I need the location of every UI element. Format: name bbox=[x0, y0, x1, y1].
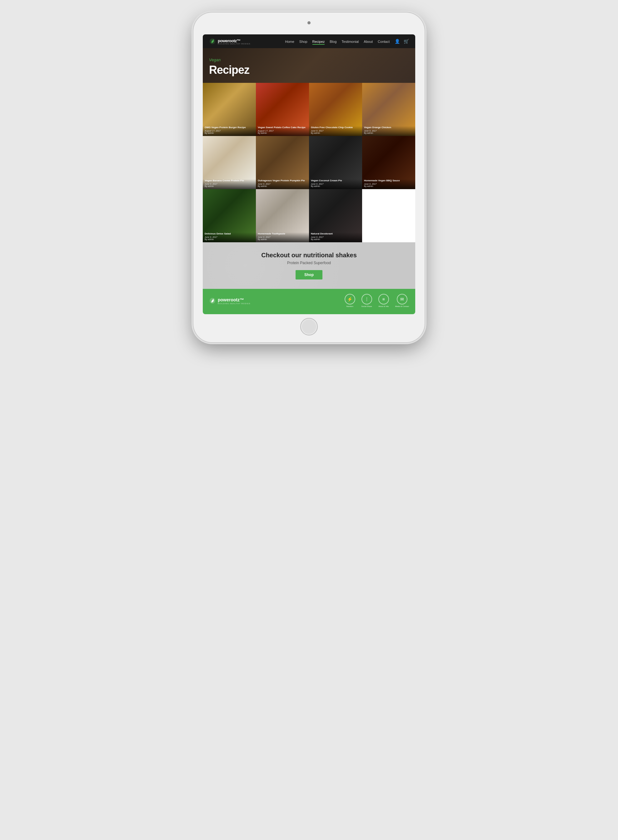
recipe-card-overlay: Gluten Free Chocolate Chip CookieJune 9,… bbox=[309, 124, 362, 136]
recipe-card-date: June 9, 2017 bbox=[205, 183, 254, 185]
recipe-card-title: Vegan Sweet Potato Coffee Cake Recipe bbox=[258, 126, 307, 129]
recipe-card-title: Delicious Detox Salad bbox=[205, 232, 254, 235]
footer-icons: ⚡Nutrition⋮Social Share≡About & Info✉Med… bbox=[345, 294, 409, 307]
recipe-card[interactable]: Vegan Orange ChickenJune 9, 2017By admin bbox=[362, 83, 415, 136]
recipe-card-date: June 9, 2017 bbox=[364, 130, 413, 132]
promo-title: Checkout our nutritional shakes bbox=[209, 252, 409, 259]
recipe-card[interactable]: OMG Vegan Protein Burger RecipeAugust 17… bbox=[203, 83, 256, 136]
footer-logo: powerootz™ BUILDING HEALTHY BODIES bbox=[209, 297, 250, 304]
logo-icon bbox=[209, 38, 216, 45]
footer-icon-label: Media & Contact bbox=[395, 305, 409, 307]
nav-shop[interactable]: Shop bbox=[299, 39, 308, 44]
footer-logo-sub: BUILDING HEALTHY BODIES bbox=[218, 302, 250, 304]
hero-vegan-label: Vegan bbox=[209, 58, 409, 62]
recipe-grid: OMG Vegan Protein Burger RecipeAugust 17… bbox=[203, 83, 415, 242]
recipe-card-author: By admin bbox=[258, 238, 307, 240]
recipe-card-overlay: Vegan Banana Creme Protein PieJune 9, 20… bbox=[203, 177, 256, 189]
footer-icon-label: Nutrition bbox=[345, 305, 355, 307]
ipad-frame: powerootz™ BUILDING HEALTHY BODIES Home … bbox=[193, 12, 425, 342]
footer-icon-0[interactable]: ⚡Nutrition bbox=[345, 294, 355, 307]
recipe-card-overlay: Homemade ToothpasteJune 9, 2017By admin bbox=[256, 230, 309, 242]
screen: powerootz™ BUILDING HEALTHY BODIES Home … bbox=[203, 34, 415, 314]
recipe-card[interactable] bbox=[362, 189, 415, 242]
footer-icon-circle: ≡ bbox=[378, 294, 389, 304]
footer-icon-circle: ✉ bbox=[397, 294, 407, 304]
recipe-card[interactable]: Vegan Coconut Cream PieJune 9, 2017By ad… bbox=[309, 136, 362, 189]
recipe-card-date: August 17, 2017 bbox=[205, 130, 254, 132]
recipe-card-date: August 17, 2017 bbox=[258, 130, 307, 132]
recipe-card-overlay: Natural DeodorantJune 9, 2017By admin bbox=[309, 230, 362, 242]
footer-icon-3[interactable]: ✉Media & Contact bbox=[395, 294, 409, 307]
recipe-card-author: By admin bbox=[364, 185, 413, 187]
recipe-card-title: Gluten Free Chocolate Chip Cookie bbox=[311, 126, 360, 129]
hero-title: Recipez bbox=[209, 64, 409, 77]
recipe-card-date: June 9, 2017 bbox=[258, 236, 307, 238]
recipe-card[interactable]: Gluten Free Chocolate Chip CookieJune 9,… bbox=[309, 83, 362, 136]
navbar: powerootz™ BUILDING HEALTHY BODIES Home … bbox=[203, 34, 415, 48]
nav-logo[interactable]: powerootz™ BUILDING HEALTHY BODIES bbox=[209, 38, 250, 45]
promo-subtitle: Protein Packed Superfood bbox=[209, 261, 409, 265]
recipe-card[interactable]: Vegan Banana Creme Protein PieJune 9, 20… bbox=[203, 136, 256, 189]
footer-icon-1[interactable]: ⋮Social Share bbox=[361, 294, 372, 307]
nav-testimonial[interactable]: Testimonial bbox=[342, 39, 359, 44]
recipe-card-title: OMG Vegan Protein Burger Recipe bbox=[205, 126, 254, 129]
nav-recipez[interactable]: Recipez bbox=[312, 39, 325, 44]
footer: powerootz™ BUILDING HEALTHY BODIES ⚡Nutr… bbox=[203, 289, 415, 314]
recipe-card-date: June 9, 2017 bbox=[311, 130, 360, 132]
footer-logo-text: powerootz™ bbox=[218, 297, 244, 302]
recipe-card[interactable]: Natural DeodorantJune 9, 2017By admin bbox=[309, 189, 362, 242]
cart-icon[interactable]: 🛒 bbox=[404, 39, 409, 44]
recipe-card-author: By admin bbox=[258, 185, 307, 187]
nav-about[interactable]: About bbox=[364, 39, 373, 44]
recipe-card-author: By admin bbox=[311, 132, 360, 134]
recipe-card-date: June 9, 2017 bbox=[311, 183, 360, 185]
recipe-card[interactable]: Outrageous Vegan Protein Pumpkin PieJune… bbox=[256, 136, 309, 189]
recipe-card-author: By admin bbox=[205, 132, 254, 134]
recipe-card-author: By admin bbox=[311, 238, 360, 240]
recipe-card[interactable]: Homemade Vegan BBQ SauceJune 9, 2017By a… bbox=[362, 136, 415, 189]
recipe-card-overlay: Delicious Detox SaladJune 9, 2017By admi… bbox=[203, 230, 256, 242]
recipe-card-author: By admin bbox=[258, 132, 307, 134]
recipe-card-title: Outrageous Vegan Protein Pumpkin Pie bbox=[258, 179, 307, 182]
nav-contact[interactable]: Contact bbox=[378, 39, 389, 44]
nav-home[interactable]: Home bbox=[285, 39, 294, 44]
footer-icon-circle: ⚡ bbox=[345, 294, 355, 304]
recipe-card-title: Vegan Coconut Cream Pie bbox=[311, 179, 360, 182]
recipe-card-overlay: Outrageous Vegan Protein Pumpkin PieJune… bbox=[256, 177, 309, 189]
hero-section: Vegan Recipez bbox=[203, 48, 415, 83]
footer-icon-label: About & Info bbox=[378, 305, 389, 307]
recipe-card-title: Vegan Banana Creme Protein Pie bbox=[205, 179, 254, 182]
recipe-card-author: By admin bbox=[364, 132, 413, 134]
recipe-card-overlay: Homemade Vegan BBQ SauceJune 9, 2017By a… bbox=[362, 177, 415, 189]
nav-logo-text: powerootz™ bbox=[218, 39, 241, 43]
promo-shop-button[interactable]: Shop bbox=[296, 270, 322, 280]
footer-top: powerootz™ BUILDING HEALTHY BODIES ⚡Nutr… bbox=[209, 294, 409, 307]
recipe-card-date: June 9, 2017 bbox=[364, 183, 413, 185]
nav-logo-sub: BUILDING HEALTHY BODIES bbox=[218, 43, 250, 45]
nav-links: Home Shop Recipez Blog Testimonial About… bbox=[285, 39, 389, 44]
nav-blog[interactable]: Blog bbox=[330, 39, 336, 44]
recipe-card[interactable]: Vegan Sweet Potato Coffee Cake RecipeAug… bbox=[256, 83, 309, 136]
recipe-card-overlay: Vegan Coconut Cream PieJune 9, 2017By ad… bbox=[309, 177, 362, 189]
recipe-card-overlay: Vegan Sweet Potato Coffee Cake RecipeAug… bbox=[256, 124, 309, 136]
recipe-card-overlay: Vegan Orange ChickenJune 9, 2017By admin bbox=[362, 124, 415, 136]
footer-logo-icon bbox=[209, 297, 216, 304]
recipe-card-author: By admin bbox=[311, 185, 360, 187]
recipe-card-date: June 9, 2017 bbox=[205, 236, 254, 238]
nav-icons: 👤 🛒 bbox=[395, 39, 409, 44]
footer-icon-2[interactable]: ≡About & Info bbox=[378, 294, 389, 307]
footer-icon-circle: ⋮ bbox=[361, 294, 372, 304]
recipe-card[interactable]: Homemade ToothpasteJune 9, 2017By admin bbox=[256, 189, 309, 242]
recipe-card-author: By admin bbox=[205, 238, 254, 240]
user-icon[interactable]: 👤 bbox=[395, 39, 400, 44]
recipe-card-author: By admin bbox=[205, 185, 254, 187]
recipe-card[interactable]: Delicious Detox SaladJune 9, 2017By admi… bbox=[203, 189, 256, 242]
promo-section: Checkout our nutritional shakes Protein … bbox=[203, 242, 415, 289]
footer-icon-label: Social Share bbox=[361, 305, 372, 307]
recipe-card-title: Vegan Orange Chicken bbox=[364, 126, 413, 129]
recipe-card-title: Homemade Vegan BBQ Sauce bbox=[364, 179, 413, 182]
recipe-card-date: June 9, 2017 bbox=[258, 183, 307, 185]
recipe-card-overlay: OMG Vegan Protein Burger RecipeAugust 17… bbox=[203, 124, 256, 136]
recipe-card-date: June 9, 2017 bbox=[311, 236, 360, 238]
recipe-card-title: Homemade Toothpaste bbox=[258, 232, 307, 235]
